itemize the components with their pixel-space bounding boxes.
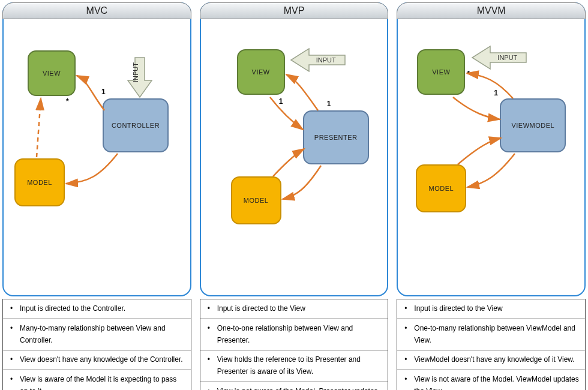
note-row: View holds the reference to its Presente… bbox=[200, 350, 388, 382]
notes-mvvm: Input is directed to the View One-to-man… bbox=[397, 299, 586, 390]
diagram-mvp: VIEW PRESENTER MODEL 1 1 INPUT bbox=[201, 20, 388, 295]
note-row: One-to-many relationship between ViewMod… bbox=[397, 319, 585, 350]
cardinality-view: 1 bbox=[279, 97, 283, 106]
note-row: View is not aware of the Model. Presente… bbox=[200, 382, 388, 390]
notes-mvp: Input is directed to the View One-to-one… bbox=[200, 299, 389, 390]
panel-title: MVC bbox=[2, 2, 191, 19]
cardinality-viewmodel: 1 bbox=[494, 89, 498, 97]
panel-mvvm: MVVM VIEW VIEWMODEL MODEL * 1 INPUT bbox=[397, 2, 586, 296]
node-controller: CONTROLLER bbox=[103, 98, 169, 152]
note-row: View is aware of the Model it is expecti… bbox=[3, 370, 191, 390]
panel-mvp: MVP VIEW PRESENTER MODEL 1 1 INPUT bbox=[200, 2, 389, 296]
node-model: MODEL bbox=[231, 176, 281, 224]
input-arrow-icon bbox=[126, 56, 154, 100]
note-row: Input is directed to the Controller. bbox=[3, 299, 191, 319]
note-row: Input is directed to the View bbox=[200, 299, 388, 319]
node-model: MODEL bbox=[416, 164, 466, 212]
note-row: One-to-one relationship between View and… bbox=[200, 319, 388, 350]
node-view: VIEW bbox=[237, 49, 285, 95]
input-label: INPUT bbox=[497, 54, 517, 61]
note-row: Input is directed to the View bbox=[397, 299, 585, 319]
col-mvvm: MVVM VIEW VIEWMODEL MODEL * 1 INPUT bbox=[397, 2, 586, 390]
col-mvc: MVC VIEW CONTROLLER MODEL * 1 INPUT bbox=[2, 2, 191, 390]
note-row: View doesn't have any knowledge of the C… bbox=[3, 350, 191, 370]
cardinality-view: * bbox=[467, 70, 470, 78]
note-row: View is not aware of the Model. ViewMode… bbox=[397, 370, 585, 390]
input-label: INPUT bbox=[132, 62, 139, 82]
panel-mvc: MVC VIEW CONTROLLER MODEL * 1 INPUT bbox=[2, 2, 191, 296]
notes-mvc: Input is directed to the Controller. Man… bbox=[2, 299, 191, 390]
node-presenter: PRESENTER bbox=[303, 110, 369, 164]
diagram-mvvm: VIEW VIEWMODEL MODEL * 1 INPUT bbox=[398, 20, 584, 295]
cardinality-presenter: 1 bbox=[327, 100, 331, 108]
node-viewmodel: VIEWMODEL bbox=[500, 98, 566, 152]
node-view: VIEW bbox=[417, 49, 465, 95]
note-row: ViewModel doesn't have any knowledge of … bbox=[397, 350, 585, 370]
panel-title: MVVM bbox=[397, 2, 586, 19]
cardinality-controller: 1 bbox=[101, 88, 106, 96]
node-view: VIEW bbox=[28, 50, 76, 96]
cardinality-view: * bbox=[66, 97, 69, 106]
col-mvp: MVP VIEW PRESENTER MODEL 1 1 INPUT bbox=[200, 2, 389, 390]
note-row: Many-to-many relationship between View a… bbox=[3, 319, 191, 350]
panel-title: MVP bbox=[200, 2, 389, 19]
node-model: MODEL bbox=[14, 158, 65, 206]
diagram-mvc: VIEW CONTROLLER MODEL * 1 INPUT bbox=[4, 20, 190, 295]
input-label: INPUT bbox=[316, 56, 336, 64]
columns: MVC VIEW CONTROLLER MODEL * 1 INPUT bbox=[2, 2, 586, 390]
